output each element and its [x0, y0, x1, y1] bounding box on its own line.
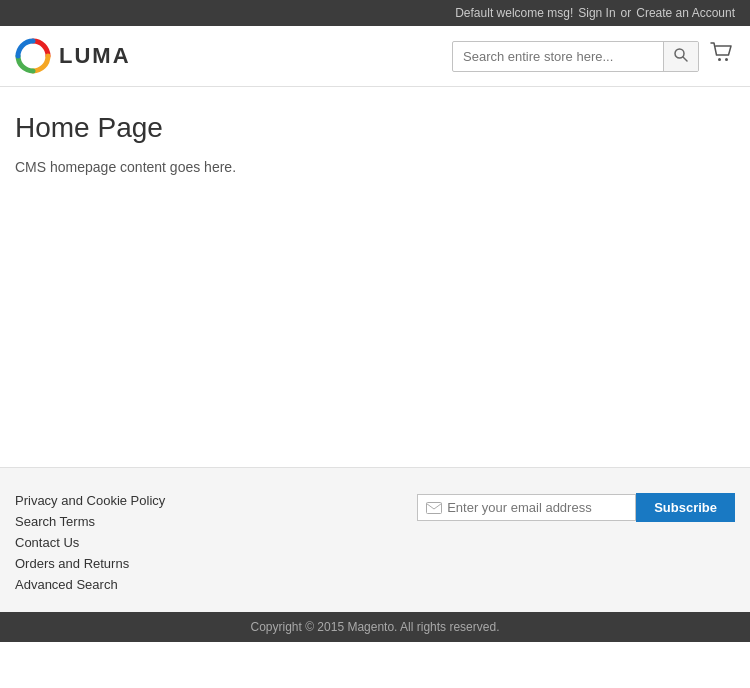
cart-icon[interactable] [709, 40, 735, 72]
footer-link[interactable]: Contact Us [15, 535, 165, 550]
luma-logo-icon [15, 38, 51, 74]
cart-svg [709, 40, 735, 66]
or-text: or [621, 6, 632, 20]
svg-line-1 [683, 57, 687, 61]
footer-subscribe: Subscribe [417, 493, 735, 522]
site-footer: Privacy and Cookie PolicySearch TermsCon… [0, 467, 750, 612]
site-header: LUMA [0, 26, 750, 87]
footer-link[interactable]: Orders and Returns [15, 556, 165, 571]
search-button[interactable] [663, 42, 698, 71]
copyright-text: Copyright © 2015 Magento. All rights res… [251, 620, 500, 634]
footer-inner: Privacy and Cookie PolicySearch TermsCon… [15, 493, 735, 592]
svg-point-2 [718, 58, 721, 61]
search-icon [674, 48, 688, 62]
logo-text: LUMA [59, 43, 131, 69]
search-input[interactable] [453, 43, 663, 70]
main-content: Home Page CMS homepage content goes here… [0, 87, 750, 467]
header-right [452, 40, 735, 72]
footer-link[interactable]: Search Terms [15, 514, 165, 529]
footer-links: Privacy and Cookie PolicySearch TermsCon… [15, 493, 165, 592]
page-description: CMS homepage content goes here. [15, 159, 735, 175]
create-account-link[interactable]: Create an Account [636, 6, 735, 20]
signin-link[interactable]: Sign In [578, 6, 615, 20]
welcome-message: Default welcome msg! [455, 6, 573, 20]
footer-link[interactable]: Advanced Search [15, 577, 165, 592]
top-bar: Default welcome msg! Sign In or Create a… [0, 0, 750, 26]
subscribe-email-input[interactable] [447, 500, 627, 515]
subscribe-button[interactable]: Subscribe [636, 493, 735, 522]
subscribe-input-wrap [417, 494, 636, 521]
page-title: Home Page [15, 112, 735, 144]
search-box [452, 41, 699, 72]
logo-link[interactable]: LUMA [15, 38, 131, 74]
footer-link[interactable]: Privacy and Cookie Policy [15, 493, 165, 508]
svg-rect-4 [427, 502, 442, 513]
svg-point-3 [725, 58, 728, 61]
email-icon [426, 502, 442, 514]
bottom-bar: Copyright © 2015 Magento. All rights res… [0, 612, 750, 642]
